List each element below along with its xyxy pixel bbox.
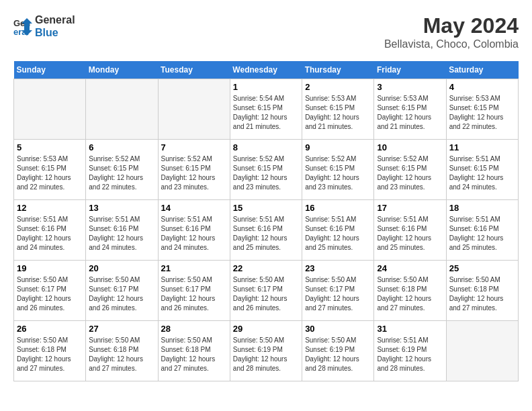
day-info: Sunrise: 5:50 AM Sunset: 6:17 PM Dayligh…: [17, 275, 83, 313]
day-number: 12: [17, 203, 83, 213]
calendar-cell: 25Sunrise: 5:50 AM Sunset: 6:18 PM Dayli…: [446, 261, 518, 321]
day-info: Sunrise: 5:51 AM Sunset: 6:16 PM Dayligh…: [377, 215, 443, 253]
day-number: 14: [161, 203, 227, 213]
header-cell-saturday: Saturday: [446, 61, 518, 79]
day-number: 27: [89, 324, 154, 334]
day-info: Sunrise: 5:52 AM Sunset: 6:15 PM Dayligh…: [89, 154, 154, 192]
day-number: 25: [449, 263, 515, 273]
day-number: 9: [305, 142, 371, 152]
day-number: 10: [377, 142, 443, 152]
calendar-cell: 28Sunrise: 5:50 AM Sunset: 6:18 PM Dayli…: [158, 321, 230, 381]
day-info: Sunrise: 5:51 AM Sunset: 6:16 PM Dayligh…: [17, 215, 83, 253]
day-number: 2: [305, 82, 371, 92]
day-number: 5: [17, 142, 83, 152]
day-info: Sunrise: 5:52 AM Sunset: 6:15 PM Dayligh…: [161, 154, 227, 192]
day-number: 22: [233, 263, 299, 273]
header-cell-sunday: Sunday: [14, 61, 86, 79]
calendar-cell: 12Sunrise: 5:51 AM Sunset: 6:16 PM Dayli…: [14, 200, 86, 261]
day-info: Sunrise: 5:53 AM Sunset: 6:15 PM Dayligh…: [377, 94, 443, 132]
day-number: 20: [89, 263, 154, 273]
day-number: 26: [17, 324, 83, 334]
day-number: 21: [161, 263, 227, 273]
day-number: 17: [377, 203, 443, 213]
calendar-cell: [446, 321, 518, 381]
day-number: 28: [161, 324, 227, 334]
day-info: Sunrise: 5:50 AM Sunset: 6:17 PM Dayligh…: [161, 275, 227, 313]
calendar-table: SundayMondayTuesdayWednesdayThursdayFrid…: [13, 61, 519, 381]
day-number: 13: [89, 203, 154, 213]
calendar-cell: 7Sunrise: 5:52 AM Sunset: 6:15 PM Daylig…: [158, 140, 230, 200]
header-cell-thursday: Thursday: [302, 61, 374, 79]
calendar-cell: 8Sunrise: 5:52 AM Sunset: 6:15 PM Daylig…: [230, 140, 302, 200]
calendar-cell: 30Sunrise: 5:50 AM Sunset: 6:19 PM Dayli…: [302, 321, 374, 381]
calendar-cell: 13Sunrise: 5:51 AM Sunset: 6:16 PM Dayli…: [86, 200, 158, 261]
day-number: 31: [377, 324, 443, 334]
day-info: Sunrise: 5:51 AM Sunset: 6:16 PM Dayligh…: [161, 215, 227, 253]
calendar-body: 1Sunrise: 5:54 AM Sunset: 6:15 PM Daylig…: [14, 79, 519, 381]
day-info: Sunrise: 5:50 AM Sunset: 6:18 PM Dayligh…: [89, 336, 154, 373]
day-info: Sunrise: 5:50 AM Sunset: 6:18 PM Dayligh…: [17, 336, 83, 373]
calendar-cell: 19Sunrise: 5:50 AM Sunset: 6:17 PM Dayli…: [14, 261, 86, 321]
main-title: May 2024: [384, 13, 519, 38]
calendar-cell: 5Sunrise: 5:53 AM Sunset: 6:15 PM Daylig…: [14, 140, 86, 200]
day-info: Sunrise: 5:51 AM Sunset: 6:16 PM Dayligh…: [89, 215, 154, 253]
calendar-cell: 23Sunrise: 5:50 AM Sunset: 6:17 PM Dayli…: [302, 261, 374, 321]
day-info: Sunrise: 5:50 AM Sunset: 6:18 PM Dayligh…: [449, 275, 515, 313]
day-number: 4: [449, 82, 515, 92]
day-number: 11: [449, 142, 515, 152]
day-number: 3: [377, 82, 443, 92]
calendar-cell: 24Sunrise: 5:50 AM Sunset: 6:18 PM Dayli…: [374, 261, 446, 321]
logo-text-blue: Blue: [35, 26, 75, 39]
day-info: Sunrise: 5:53 AM Sunset: 6:15 PM Dayligh…: [17, 154, 83, 192]
day-number: 29: [233, 324, 299, 334]
calendar-cell: [86, 79, 158, 140]
header-cell-tuesday: Tuesday: [158, 61, 230, 79]
calendar-cell: 1Sunrise: 5:54 AM Sunset: 6:15 PM Daylig…: [230, 79, 302, 140]
header-cell-wednesday: Wednesday: [230, 61, 302, 79]
header-cell-monday: Monday: [86, 61, 158, 79]
day-number: 24: [377, 263, 443, 273]
subtitle: Bellavista, Choco, Colombia: [384, 38, 519, 50]
calendar-cell: [158, 79, 230, 140]
calendar-cell: 18Sunrise: 5:51 AM Sunset: 6:16 PM Dayli…: [446, 200, 518, 261]
calendar-header-row: SundayMondayTuesdayWednesdayThursdayFrid…: [14, 61, 519, 79]
day-info: Sunrise: 5:51 AM Sunset: 6:16 PM Dayligh…: [305, 215, 371, 253]
calendar-cell: 3Sunrise: 5:53 AM Sunset: 6:15 PM Daylig…: [374, 79, 446, 140]
calendar-cell: 17Sunrise: 5:51 AM Sunset: 6:16 PM Dayli…: [374, 200, 446, 261]
day-info: Sunrise: 5:50 AM Sunset: 6:17 PM Dayligh…: [233, 275, 299, 313]
day-info: Sunrise: 5:50 AM Sunset: 6:19 PM Dayligh…: [233, 336, 299, 373]
day-number: 16: [305, 203, 371, 213]
day-info: Sunrise: 5:50 AM Sunset: 6:18 PM Dayligh…: [161, 336, 227, 373]
day-number: 18: [449, 203, 515, 213]
calendar-week-2: 5Sunrise: 5:53 AM Sunset: 6:15 PM Daylig…: [14, 140, 519, 200]
day-info: Sunrise: 5:50 AM Sunset: 6:19 PM Dayligh…: [305, 336, 371, 373]
day-info: Sunrise: 5:52 AM Sunset: 6:15 PM Dayligh…: [305, 154, 371, 192]
day-info: Sunrise: 5:53 AM Sunset: 6:15 PM Dayligh…: [449, 94, 515, 132]
day-info: Sunrise: 5:51 AM Sunset: 6:16 PM Dayligh…: [233, 215, 299, 253]
day-info: Sunrise: 5:50 AM Sunset: 6:17 PM Dayligh…: [305, 275, 371, 313]
day-number: 7: [161, 142, 227, 152]
calendar-cell: 29Sunrise: 5:50 AM Sunset: 6:19 PM Dayli…: [230, 321, 302, 381]
calendar-week-5: 26Sunrise: 5:50 AM Sunset: 6:18 PM Dayli…: [14, 321, 519, 381]
day-info: Sunrise: 5:51 AM Sunset: 6:19 PM Dayligh…: [377, 336, 443, 373]
day-info: Sunrise: 5:52 AM Sunset: 6:15 PM Dayligh…: [233, 154, 299, 192]
calendar-cell: 22Sunrise: 5:50 AM Sunset: 6:17 PM Dayli…: [230, 261, 302, 321]
day-number: 15: [233, 203, 299, 213]
day-info: Sunrise: 5:53 AM Sunset: 6:15 PM Dayligh…: [305, 94, 371, 132]
day-info: Sunrise: 5:51 AM Sunset: 6:16 PM Dayligh…: [449, 215, 515, 253]
calendar-cell: 10Sunrise: 5:52 AM Sunset: 6:15 PM Dayli…: [374, 140, 446, 200]
calendar-cell: 6Sunrise: 5:52 AM Sunset: 6:15 PM Daylig…: [86, 140, 158, 200]
calendar-cell: 15Sunrise: 5:51 AM Sunset: 6:16 PM Dayli…: [230, 200, 302, 261]
day-info: Sunrise: 5:50 AM Sunset: 6:18 PM Dayligh…: [377, 275, 443, 313]
day-info: Sunrise: 5:52 AM Sunset: 6:15 PM Dayligh…: [377, 154, 443, 192]
calendar-week-4: 19Sunrise: 5:50 AM Sunset: 6:17 PM Dayli…: [14, 261, 519, 321]
header-cell-friday: Friday: [374, 61, 446, 79]
day-number: 19: [17, 263, 83, 273]
page-header: Gen eral General Blue May 2024 Bellavist…: [13, 13, 519, 50]
day-number: 30: [305, 324, 371, 334]
calendar-cell: 31Sunrise: 5:51 AM Sunset: 6:19 PM Dayli…: [374, 321, 446, 381]
calendar-week-3: 12Sunrise: 5:51 AM Sunset: 6:16 PM Dayli…: [14, 200, 519, 261]
logo: Gen eral General Blue: [13, 13, 75, 39]
calendar-cell: 4Sunrise: 5:53 AM Sunset: 6:15 PM Daylig…: [446, 79, 518, 140]
day-number: 8: [233, 142, 299, 152]
